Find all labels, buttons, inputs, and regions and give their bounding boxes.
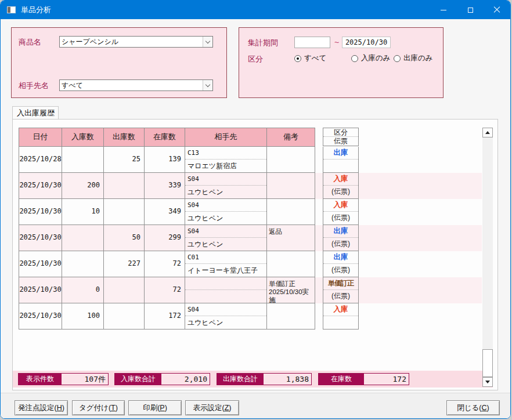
product-name-value: シャープペンシル (60, 37, 203, 47)
product-combo-dropdown-button[interactable] (203, 37, 212, 47)
window-title: 単品分析 (21, 5, 51, 15)
table-row[interactable]: 2025/10/30 0 72 単価訂正2025/10/30実施 単価訂正 (伝… (19, 277, 482, 303)
arrow-down-icon (485, 381, 490, 383)
radio-in-only-label: 入庫のみ (361, 53, 391, 63)
period-filter-panel: 集計期間 ~ 2025/10/30 区分 すべて 入庫のみ 出庫のみ (239, 27, 444, 98)
kubun-cell: 入庫 (伝票) (323, 173, 359, 199)
table-row[interactable]: 2025/10/30 100 172 S04ユウヒペン 入庫 (19, 303, 482, 330)
radio-in-only[interactable]: 入庫のみ (351, 53, 391, 63)
window-controls (430, 1, 510, 19)
column-header-stock: 在庫数 (145, 128, 185, 147)
stat-out-total: 出庫数合計 1,838 (217, 373, 312, 385)
chevron-down-icon (205, 82, 210, 86)
summary-band: 表示件数 107件 入庫数合計 2,010 出庫数合計 1,838 在庫数 17… (13, 371, 493, 388)
partner-name-combobox[interactable]: すべて (59, 79, 213, 91)
column-header-kubun: 区分 伝票 (323, 128, 359, 146)
column-header-partner: 相手先 (185, 128, 267, 147)
tab-history-label: 入出庫履歴 (17, 108, 55, 118)
footer-bar: 発注点設定(H) タグ付け(T) 印刷(P) 表示設定(Z) 閉じる(C) (1, 393, 510, 418)
kubun-cell: 入庫 (伝票) (323, 199, 359, 225)
column-header-in: 入庫数 (62, 128, 104, 147)
tag-button[interactable]: タグ付け(T) (72, 400, 125, 415)
print-button[interactable]: 印刷(P) (128, 400, 182, 415)
order-point-settings-button[interactable]: 発注点設定(H) (15, 400, 68, 415)
app-window: 単品分析 商品名 シャープペンシル 相手先名 すべて 集計期間 ~ 20 (0, 0, 511, 419)
maximize-icon (468, 8, 473, 13)
column-header-date: 日付 (19, 128, 62, 147)
stat-display-count: 表示件数 107件 (18, 373, 109, 385)
product-filter-panel: 商品名 シャープペンシル 相手先名 すべて (11, 27, 227, 98)
kubun-cell: 入庫 (323, 303, 359, 330)
column-header-note: 備考 (267, 128, 315, 147)
close-icon (493, 6, 500, 13)
column-header-out: 出庫数 (104, 128, 145, 147)
partner-name-label: 相手先名 (19, 81, 49, 91)
radio-icon (294, 55, 301, 62)
partner-combo-dropdown-button[interactable] (203, 80, 212, 90)
radio-icon (351, 55, 358, 62)
close-window-button[interactable] (484, 1, 510, 19)
radio-all[interactable]: すべて (294, 53, 326, 63)
minimize-icon (441, 10, 446, 10)
radio-all-label: すべて (304, 53, 326, 63)
close-button[interactable]: 閉じる(C) (446, 400, 500, 415)
display-settings-button[interactable]: 表示設定(Z) (185, 400, 239, 415)
scroll-up-button[interactable] (482, 128, 493, 137)
radio-out-only-label: 出庫のみ (403, 53, 433, 63)
kubun-cell: 出庫 (伝票) (323, 225, 359, 251)
table-header-row: 日付 入庫数 出庫数 在庫数 相手先 備考 区分 伝票 (19, 128, 482, 147)
product-name-label: 商品名 (19, 37, 41, 48)
tab-history[interactable]: 入出庫履歴 (12, 106, 59, 120)
history-table: 日付 入庫数 出庫数 在庫数 相手先 備考 区分 伝票 (19, 128, 482, 330)
table-row[interactable]: 2025/10/30 10 349 S04ユウヒペン 入庫 (伝票) (19, 199, 482, 225)
minimize-button[interactable] (430, 1, 457, 19)
table-row[interactable]: 2025/10/28 25 139 C13マロエツ新宿店 出庫 (19, 147, 482, 173)
partner-name-value: すべて (60, 80, 203, 90)
dialog-content: 商品名 シャープペンシル 相手先名 すべて 集計期間 ~ 2025/10/30 … (1, 19, 510, 418)
radio-out-only[interactable]: 出庫のみ (394, 53, 433, 63)
kubun-cell: 出庫 (伝票) (323, 251, 359, 277)
table-row[interactable]: 2025/10/30 50 299 S04ユウヒペン 返品 出庫 (伝票) (19, 225, 482, 251)
chevron-down-icon (205, 38, 210, 43)
history-panel: 日付 入庫数 出庫数 在庫数 相手先 備考 区分 伝票 (12, 119, 498, 390)
product-name-combobox[interactable]: シャープペンシル (59, 36, 213, 48)
table-row[interactable]: 2025/10/30 200 339 S04ユウヒペン 入庫 (伝票) (19, 173, 482, 199)
form-window-icon (7, 6, 16, 13)
period-label: 集計期間 (248, 38, 278, 48)
arrow-up-icon (485, 131, 490, 134)
stat-stock: 在庫数 172 (318, 373, 409, 385)
title-bar: 単品分析 (1, 1, 510, 19)
scrollbar-thumb[interactable] (482, 349, 493, 377)
table-row[interactable]: 2025/10/30 227 72 C01イトーヨーキ堂八王子 出庫 (伝票) (19, 251, 482, 277)
scroll-down-button[interactable] (482, 377, 493, 387)
period-separator: ~ (334, 38, 339, 47)
kubun-cell: 出庫 (323, 147, 359, 173)
maximize-button[interactable] (457, 1, 484, 19)
vertical-scrollbar[interactable] (482, 128, 493, 387)
radio-icon (394, 55, 401, 62)
period-from-input[interactable] (294, 37, 330, 48)
period-to-input[interactable]: 2025/10/30 (342, 37, 391, 48)
category-label: 区分 (248, 54, 263, 64)
kubun-cell: 単価訂正 (伝票) (323, 277, 359, 303)
stat-in-total: 入庫数合計 2,010 (114, 373, 210, 385)
